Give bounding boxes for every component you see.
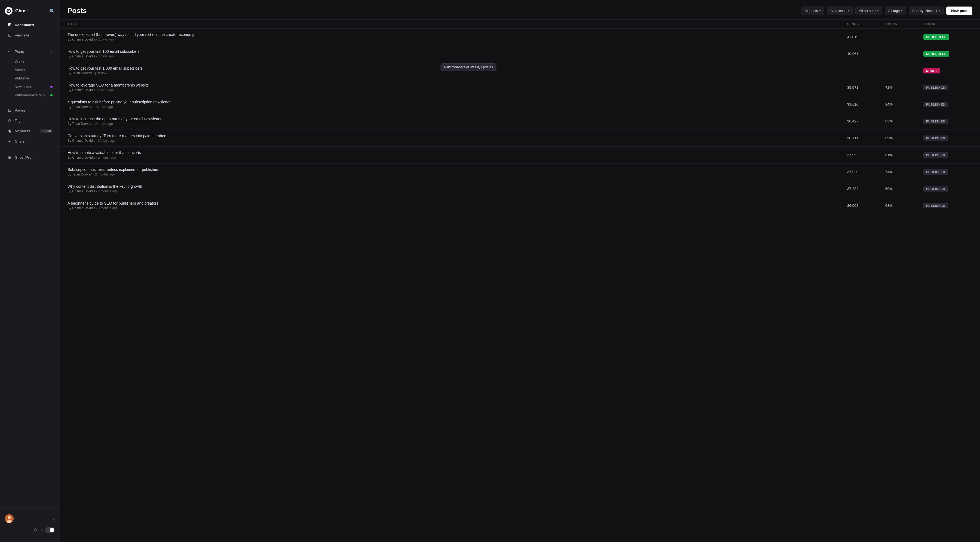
table-row[interactable]: How to create a valuable offer that conv… bbox=[60, 147, 980, 164]
sidebar-nav-ghost-pro[interactable]: ▣ Ghost(Pro) bbox=[2, 153, 57, 162]
sidebar-item-scheduled[interactable]: Scheduled bbox=[2, 66, 57, 74]
user-menu[interactable]: ∨ bbox=[0, 512, 60, 526]
app-name: Ghost bbox=[15, 8, 28, 13]
sidebar-bottom-icons: ⚙ ☀ bbox=[0, 526, 60, 534]
sidebar-nav-view-site[interactable]: ⊡ View site bbox=[2, 30, 57, 40]
dashboard-icon: ⊞ bbox=[7, 22, 12, 27]
chevron-down-icon: ▾ bbox=[939, 9, 940, 12]
offers-icon: ◈ bbox=[7, 139, 12, 144]
post-title-cell: Why content distribution is the key to g… bbox=[67, 184, 847, 193]
sidebar-nav-pages[interactable]: ⊟ Pages bbox=[2, 105, 57, 115]
new-post-button[interactable]: New post bbox=[946, 6, 972, 15]
col-status: STATUS bbox=[923, 22, 972, 25]
sidebar-nav-members[interactable]: ◉ Members 41,040 bbox=[2, 126, 57, 136]
add-post-icon[interactable]: + bbox=[49, 49, 52, 54]
post-time: · 24 days ago bbox=[93, 122, 113, 126]
post-title: How to get your first 1,000 email subscr… bbox=[67, 66, 847, 70]
search-icon[interactable]: 🔍 bbox=[49, 8, 55, 14]
status-badge: PUBLISHED bbox=[923, 85, 948, 91]
table-row[interactable]: Subscription business metrics explained … bbox=[60, 164, 980, 180]
sidebar-bottom: ∨ ⚙ ☀ bbox=[0, 509, 60, 537]
post-status: PUBLISHED bbox=[923, 153, 972, 158]
post-sends: 37,920 bbox=[847, 170, 885, 174]
post-sends: 41,019 bbox=[847, 35, 885, 39]
post-time: · 29 days ago bbox=[96, 139, 116, 143]
table-row[interactable]: The unexpected (but proven) way to find … bbox=[60, 29, 980, 45]
sidebar-nav-offers[interactable]: ◈ Offers bbox=[2, 136, 57, 146]
post-title: Conversion strategy: Turn more readers i… bbox=[67, 134, 847, 138]
chevron-down-icon: ▾ bbox=[819, 9, 821, 12]
post-title: How to get your first 100 email subscrib… bbox=[67, 49, 847, 54]
table-row[interactable]: How to increase the open rates of your e… bbox=[60, 113, 980, 130]
ghost-pro-icon: ▣ bbox=[7, 155, 12, 160]
avatar bbox=[5, 514, 14, 523]
sidebar-item-paid-members-only[interactable]: Paid-members only bbox=[2, 91, 57, 99]
all-authors-filter[interactable]: All authors ▾ bbox=[855, 6, 882, 15]
post-title: 4 questions to ask before pricing your s… bbox=[67, 100, 847, 104]
dashboard-label: Dashboard bbox=[15, 23, 34, 27]
post-author: By Chance Dokidis bbox=[67, 54, 95, 58]
all-posts-filter[interactable]: All posts ▾ bbox=[801, 6, 824, 15]
post-status: PUBLISHED bbox=[923, 135, 972, 141]
sidebar-item-drafts[interactable]: Drafts bbox=[2, 57, 57, 65]
sidebar-nav-posts[interactable]: ✏ Posts + bbox=[2, 46, 57, 57]
sidebar-item-newsletters[interactable]: Newsletters bbox=[2, 83, 57, 91]
post-sends: 39,610 bbox=[847, 102, 885, 106]
all-tags-filter[interactable]: All tags ▾ bbox=[885, 6, 906, 15]
table-row[interactable]: Why content distribution is the key to g… bbox=[60, 180, 980, 197]
post-opens: 84% bbox=[885, 102, 923, 106]
post-opens: 61% bbox=[885, 153, 923, 157]
table-row[interactable]: How to leverage SEO for a membership web… bbox=[60, 79, 980, 96]
sort-filter[interactable]: Sort by: Newest ▾ bbox=[909, 6, 943, 15]
theme-toggle[interactable]: ☀ bbox=[41, 527, 55, 533]
sidebar-item-published[interactable]: Published bbox=[2, 74, 57, 82]
post-opens: 69% bbox=[885, 187, 923, 191]
sidebar-nav-dashboard[interactable]: ⊞ Dashboard bbox=[2, 20, 57, 30]
status-badge: PUBLISHED bbox=[923, 203, 948, 208]
ghost-pro-label: Ghost(Pro) bbox=[15, 155, 33, 159]
tags-label: Tags bbox=[15, 119, 22, 123]
post-status: SCHEDULED bbox=[923, 34, 972, 40]
status-badge: DRAFT bbox=[923, 68, 940, 73]
chevron-down-icon: ▾ bbox=[848, 9, 849, 12]
post-sends: 36,002 bbox=[847, 203, 885, 208]
all-access-filter[interactable]: All access ▾ bbox=[827, 6, 853, 15]
svg-point-1 bbox=[8, 516, 11, 519]
app-logo[interactable]: Ghost 🔍 bbox=[0, 5, 60, 20]
header-controls: All posts ▾ All access ▾ All authors ▾ A… bbox=[801, 6, 972, 15]
sidebar-divider-1 bbox=[5, 43, 55, 43]
post-opens: 69% bbox=[885, 136, 923, 140]
sidebar-nav-tags[interactable]: ◇ Tags bbox=[2, 116, 57, 126]
post-time: · 2 months ago bbox=[93, 173, 115, 176]
post-author: By Chance Dokidis bbox=[67, 38, 95, 41]
post-title-cell: How to leverage SEO for a membership web… bbox=[67, 83, 847, 92]
table-row[interactable]: Conversion strategy: Turn more readers i… bbox=[60, 130, 980, 147]
page-title: Posts bbox=[67, 6, 87, 15]
post-title: A beginner's guide to SEO for publishers… bbox=[67, 201, 847, 205]
post-status: PUBLISHED bbox=[923, 119, 972, 124]
post-title: The unexpected (but proven) way to find … bbox=[67, 32, 847, 37]
post-meta: By Chance Dokidis · 2 days ago bbox=[67, 38, 847, 41]
table-row[interactable]: A beginner's guide to SEO for publishers… bbox=[60, 197, 980, 214]
post-meta: By Chance Dokidis · 2 months ago bbox=[67, 189, 847, 193]
post-author: By Talan Dorwart bbox=[67, 122, 92, 126]
settings-icon[interactable]: ⚙ bbox=[34, 528, 37, 532]
table-row[interactable]: How to get your first 1,000 email subscr… bbox=[60, 62, 980, 79]
table-body: The unexpected (but proven) way to find … bbox=[60, 29, 980, 214]
posts-label: Posts bbox=[15, 49, 24, 54]
post-author: By Chance Dokidis bbox=[67, 88, 95, 92]
table-row[interactable]: How to get your first 100 email subscrib… bbox=[60, 45, 980, 62]
post-time: · 3 days ago bbox=[96, 54, 114, 58]
post-sends: 40,961 bbox=[847, 52, 885, 56]
main-content: Posts All posts ▾ All access ▾ All autho… bbox=[60, 0, 980, 542]
post-status: SCHEDULED bbox=[923, 51, 972, 57]
members-label: Members bbox=[15, 129, 30, 133]
post-time: · just now bbox=[93, 71, 107, 75]
post-author: By Chance Dokidis bbox=[67, 139, 95, 143]
post-meta: By Talan Dorwart · 16 days ago bbox=[67, 105, 847, 109]
status-badge: PUBLISHED bbox=[923, 186, 948, 192]
post-meta: By Chance Dokidis · 29 days ago bbox=[67, 139, 847, 143]
pages-icon: ⊟ bbox=[7, 108, 12, 113]
table-row[interactable]: 4 questions to ask before pricing your s… bbox=[60, 96, 980, 113]
chevron-down-icon: ▾ bbox=[877, 9, 878, 12]
